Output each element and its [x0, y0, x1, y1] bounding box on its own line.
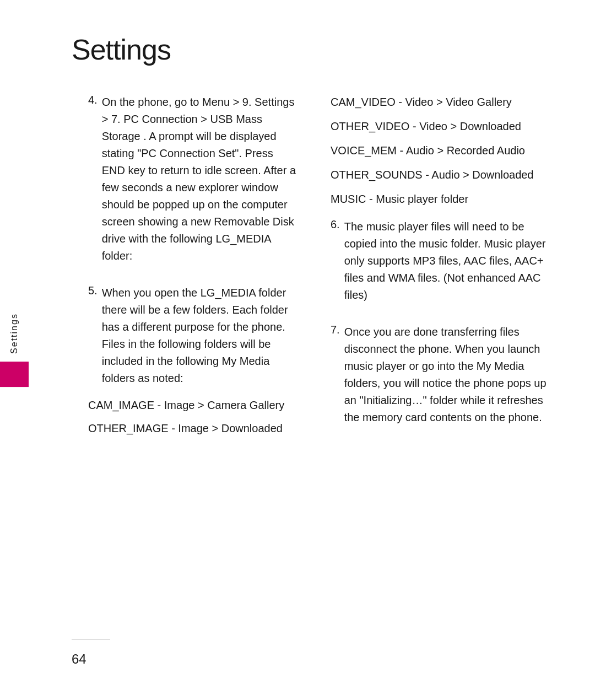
- item-7: 7. Once you are done transferring files …: [331, 324, 551, 426]
- sidebar-tab-label: Settings: [9, 313, 19, 354]
- item-5-header: 5. When you open the LG_MEDIA folder the…: [88, 284, 298, 387]
- item-5-number: 5.: [88, 284, 98, 387]
- right-sub-item-1: OTHER_VIDEO - Video > Downloaded: [331, 118, 551, 134]
- item-6-text: The music player files will need to be c…: [344, 218, 551, 304]
- left-column: 4. On the phone, go to Menu > 9. Setting…: [88, 94, 298, 456]
- item-4-header: 4. On the phone, go to Menu > 9. Setting…: [88, 94, 298, 265]
- right-column: CAM_VIDEO - Video > Video Gallery OTHER_…: [331, 94, 551, 456]
- item-7-header: 7. Once you are done transferring files …: [331, 324, 551, 426]
- right-sub-item-2: VOICE_MEM - Audio > Recorded Audio: [331, 142, 551, 159]
- sidebar-tab: Settings: [0, 313, 29, 387]
- item-6-number: 6.: [331, 218, 340, 304]
- item-5: 5. When you open the LG_MEDIA folder the…: [88, 284, 298, 437]
- right-sub-item-3: OTHER_SOUNDS - Audio > Downloaded: [331, 166, 551, 183]
- item-4-text: On the phone, go to Menu > 9. Settings >…: [102, 94, 298, 265]
- sidebar-tab-bar: [0, 362, 29, 387]
- page-container: Settings Settings 4. On the phone, go to…: [0, 0, 595, 700]
- bottom-section: 64: [72, 651, 551, 667]
- item-5-text: When you open the LG_MEDIA folder there …: [102, 284, 298, 387]
- left-sub-items: CAM_IMAGE - Image > Camera Gallery OTHER…: [88, 397, 298, 437]
- bottom-line: [72, 639, 110, 640]
- item-4: 4. On the phone, go to Menu > 9. Setting…: [88, 94, 298, 265]
- left-sub-item-1: OTHER_IMAGE - Image > Downloaded: [88, 420, 298, 437]
- right-sub-items: CAM_VIDEO - Video > Video Gallery OTHER_…: [331, 94, 551, 207]
- item-6-header: 6. The music player files will need to b…: [331, 218, 551, 304]
- right-sub-item-0: CAM_VIDEO - Video > Video Gallery: [331, 94, 551, 110]
- left-sub-item-0: CAM_IMAGE - Image > Camera Gallery: [88, 397, 298, 413]
- item-4-number: 4.: [88, 94, 98, 265]
- item-7-number: 7.: [331, 324, 340, 426]
- right-sub-item-4: MUSIC - Music player folder: [331, 191, 551, 207]
- item-6: 6. The music player files will need to b…: [331, 218, 551, 304]
- content-area: 4. On the phone, go to Menu > 9. Setting…: [88, 94, 551, 456]
- page-number: 64: [72, 651, 86, 667]
- page-title: Settings: [72, 33, 551, 66]
- item-7-text: Once you are done transferring files dis…: [344, 324, 551, 426]
